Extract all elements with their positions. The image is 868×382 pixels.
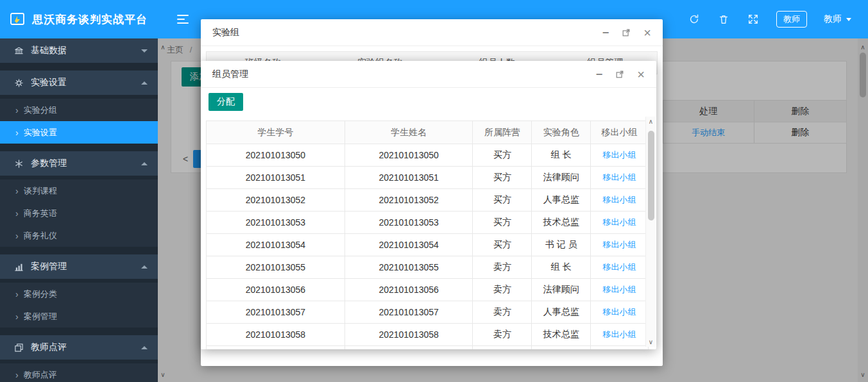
sidebar-item-experiment-settings[interactable]: 实验设置 — [0, 71, 158, 95]
remove-from-group-link[interactable]: 移出小组 — [603, 240, 636, 249]
student-name — [345, 346, 473, 350]
sidebar-item-teacher-review[interactable]: 教师点评 — [0, 335, 158, 360]
camp-value: 买方 — [473, 167, 532, 189]
role-value: 法律顾问 — [532, 279, 591, 301]
sidebar-item-case-management-sub[interactable]: › 案例管理 — [0, 305, 158, 328]
role-value: 法律顾问 — [532, 167, 591, 189]
close-icon[interactable]: × — [643, 26, 651, 39]
minimize-icon[interactable]: − — [602, 27, 609, 38]
close-icon[interactable]: × — [637, 68, 645, 81]
sidebar-item-label: 基础数据 — [31, 45, 67, 56]
sidebar-item-case-category[interactable]: › 案例分类 — [0, 283, 158, 305]
sidebar-item-label: 案例分类 — [24, 288, 57, 300]
sidebar-item-parameter-management[interactable]: 参数管理 — [0, 151, 158, 176]
maximize-icon[interactable] — [622, 28, 631, 37]
sidebar-item-experiment-grouping[interactable]: › 实验分组 — [0, 99, 158, 121]
camp-value: 卖方 — [473, 324, 532, 346]
sidebar-item-business-english[interactable]: › 商务英语 — [0, 202, 158, 224]
chevron-up-icon — [141, 162, 148, 165]
remove-from-group-link[interactable]: 移出小组 — [603, 285, 636, 294]
sidebar-item-negotiation-course[interactable]: › 谈判课程 — [0, 179, 158, 202]
modal-window-controls: − × — [596, 68, 645, 81]
submenu-arrow-icon: › — [15, 370, 19, 380]
submenu-arrow-icon: › — [15, 289, 19, 299]
member-management-modal: 组员管理 − × 分配 学生学号 学生姓名 所属阵营 实验角色 — [201, 61, 656, 349]
student-id: 202101013052 — [207, 189, 345, 212]
user-menu[interactable]: 教师 — [824, 13, 851, 25]
student-name: 202101013054 — [345, 234, 473, 256]
table-row: 202101013050 202101013050 买方 组 长 移出小组 — [207, 144, 649, 167]
remove-from-group-link[interactable]: 移出小组 — [603, 150, 636, 160]
table-row: 202101013057 202101013057 卖方 人事总监 移出小组 — [207, 301, 649, 324]
chevron-up-icon — [141, 346, 148, 349]
sidebar-item-label: 谈判课程 — [24, 185, 57, 197]
table-row: 202101013053 202101013053 买方 技术总监 移出小组 — [207, 212, 649, 234]
sidebar-item-business-etiquette[interactable]: › 商务礼仪 — [0, 224, 158, 247]
student-name: 202101013057 — [345, 301, 473, 324]
camp-value: 买方 — [473, 189, 532, 212]
fullscreen-icon[interactable] — [747, 13, 760, 26]
role-value: 组 长 — [532, 144, 591, 167]
column-header-camp: 所属阵营 — [473, 121, 532, 144]
student-id: 202101013056 — [207, 279, 345, 301]
column-header-remove: 移出小组 — [591, 121, 649, 144]
chevron-up-icon — [141, 81, 148, 85]
table-row: 202101013051 202101013051 买方 法律顾问 移出小组 — [207, 167, 649, 189]
camp-value — [473, 346, 532, 350]
role-value: 书 记 员 — [532, 234, 591, 256]
role-badge[interactable]: 教师 — [776, 11, 807, 28]
trash-icon[interactable] — [717, 13, 730, 26]
sidebar-item-case-management[interactable]: 案例管理 — [0, 254, 158, 279]
role-value — [532, 346, 591, 350]
assign-button[interactable]: 分配 — [208, 93, 243, 111]
student-name: 202101013050 — [345, 144, 473, 167]
table-row: 202101013058 202101013058 卖方 技术总监 移出小组 — [207, 324, 649, 346]
role-value: 组 长 — [532, 256, 591, 279]
submenu-arrow-icon: › — [15, 186, 19, 196]
sidebar-item-label: 商务英语 — [24, 208, 57, 219]
app-title: 思沃商务谈判实战平台 — [32, 12, 148, 27]
scroll-up-icon[interactable]: ∧ — [646, 118, 656, 125]
header-actions: 教师 教师 — [688, 11, 868, 28]
sidebar-item-label: 参数管理 — [31, 158, 67, 169]
table-row: 202101013052 202101013052 买方 人事总监 移出小组 — [207, 189, 649, 212]
sidebar-item-label: 教师点评 — [24, 369, 57, 381]
modal-title-bar: 组员管理 − × — [201, 61, 656, 88]
maximize-icon[interactable] — [615, 70, 624, 79]
sidebar-toggle-icon[interactable] — [177, 12, 190, 26]
camp-value: 买方 — [473, 144, 532, 167]
submenu-arrow-icon: › — [15, 208, 19, 219]
student-name: 202101013058 — [345, 324, 473, 346]
sidebar-item-basic-data[interactable]: 基础数据 — [0, 38, 158, 63]
remove-from-group-link[interactable]: 移出小组 — [603, 307, 636, 317]
remove-from-group-link[interactable]: 移出小组 — [603, 262, 636, 272]
scrollbar-thumb[interactable] — [648, 131, 654, 220]
camp-value: 卖方 — [473, 256, 532, 279]
minimize-icon[interactable]: − — [596, 69, 603, 80]
user-name: 教师 — [824, 13, 842, 25]
chevron-up-icon — [141, 265, 148, 269]
remove-from-group-link[interactable]: 移出小组 — [603, 195, 636, 204]
modal-title-bar: 实验组 − × — [201, 19, 663, 46]
remove-from-group-link[interactable]: 移出小组 — [603, 329, 636, 339]
student-id — [207, 346, 345, 350]
sidebar-item-teacher-review-sub[interactable]: › 教师点评 — [0, 363, 158, 382]
chevron-down-icon — [846, 18, 851, 21]
asterisk-icon — [13, 159, 24, 169]
scroll-down-icon[interactable]: ∨ — [646, 338, 656, 345]
sidebar-nav: 基础数据 实验设置 › 实验分组 › 实验设置 — [0, 38, 158, 382]
table-row — [207, 346, 649, 350]
refresh-icon[interactable] — [688, 13, 701, 26]
member-modal-body: 分配 学生学号 学生姓名 所属阵营 实验角色 移出小组 202101013050 — [201, 88, 656, 349]
student-id: 202101013057 — [207, 301, 345, 324]
chevron-down-icon — [141, 49, 148, 53]
remove-from-group-link[interactable]: 移出小组 — [603, 172, 636, 182]
sidebar-item-experiment-setup[interactable]: › 实验设置 — [0, 121, 158, 144]
modal-scrollbar[interactable]: ∧ ∨ — [645, 117, 656, 347]
remove-from-group-link[interactable]: 移出小组 — [603, 217, 636, 227]
camp-value: 卖方 — [473, 279, 532, 301]
bank-icon — [13, 46, 24, 56]
column-header-student-name: 学生姓名 — [345, 121, 473, 144]
sidebar-item-label: 教师点评 — [31, 342, 67, 353]
student-name: 202101013051 — [345, 167, 473, 189]
